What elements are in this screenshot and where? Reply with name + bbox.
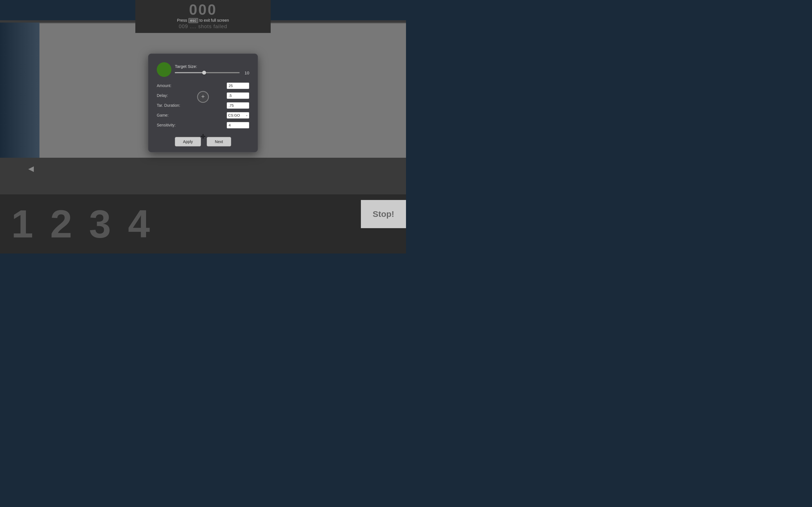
number-2: 2 — [50, 204, 72, 244]
modal-buttons: Apply Next — [157, 137, 249, 147]
target-size-label: Target Size: — [175, 64, 249, 69]
plus-icon: + — [201, 94, 205, 100]
stop-button-display[interactable]: Stop! — [361, 200, 406, 228]
tar-duration-row: Tar. Duration: — [157, 102, 249, 109]
amount-label: Amount: — [157, 83, 227, 88]
slider-track[interactable] — [175, 72, 240, 73]
tar-duration-label: Tar. Duration: — [157, 103, 227, 108]
drag-handle[interactable]: + — [197, 91, 209, 103]
amount-row: Amount: — [157, 82, 249, 89]
target-size-controls: Target Size: 10 — [175, 64, 249, 75]
target-size-value: 10 — [243, 70, 249, 75]
slider-row: 10 — [175, 70, 249, 75]
delay-label: Delay: — [157, 93, 227, 98]
target-size-row: Target Size: 10 — [157, 62, 249, 77]
number-1: 1 — [11, 204, 33, 244]
slider-thumb[interactable] — [202, 71, 206, 75]
stop-text: Stop! — [373, 209, 395, 219]
tar-duration-input[interactable] — [227, 102, 249, 109]
sensitivity-label: Sensitivity: — [157, 123, 227, 127]
modal-overlay: + Target Size: 10 Amount: De — [0, 22, 406, 183]
apply-button[interactable]: Apply — [175, 137, 201, 147]
esc-suffix: to exit full screen — [199, 18, 229, 22]
amount-input[interactable] — [227, 82, 249, 89]
number-3: 3 — [89, 204, 111, 244]
sensitivity-row: Sensitivity: — [157, 122, 249, 128]
game-title: 000 — [135, 2, 271, 17]
target-preview-circle — [157, 62, 171, 77]
sensitivity-input[interactable] — [227, 122, 249, 128]
esc-notice: Press esc to exit full screen — [135, 18, 271, 22]
game-row: Game: CS:GO Valorant Apex — [157, 112, 249, 119]
next-button[interactable]: Next — [207, 137, 231, 147]
delay-input[interactable] — [227, 93, 249, 99]
settings-modal: + Target Size: 10 Amount: De — [148, 54, 258, 152]
esc-prefix: Press — [177, 18, 187, 22]
game-select[interactable]: CS:GO Valorant Apex — [227, 112, 249, 119]
game-select-wrapper: CS:GO Valorant Apex — [227, 112, 249, 119]
slider-fill — [175, 72, 204, 73]
bottom-number-area: 1 2 3 4 Stop! — [0, 194, 406, 253]
game-label: Game: — [157, 113, 227, 117]
number-4: 4 — [128, 204, 150, 244]
